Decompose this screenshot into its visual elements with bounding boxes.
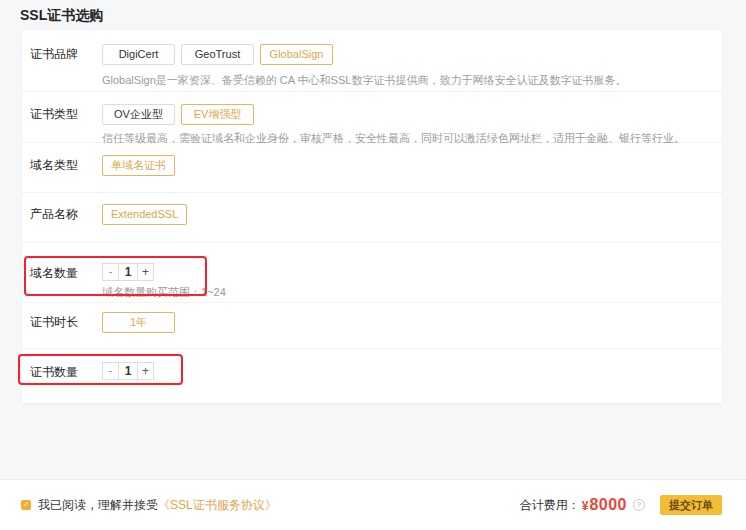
form-row-domain-count: 域名数量 - 1 + 域名数量购买范围：1~24	[22, 243, 722, 303]
agreement-text: 我已阅读，理解并接受	[38, 497, 158, 514]
form-row-certificate-duration: 证书时长 1年	[22, 303, 722, 349]
domain-count-stepper: - 1 +	[102, 263, 722, 281]
ssl-purchase-form: 证书品牌 DigiCert GeoTrust GlobalSign Global…	[22, 30, 722, 403]
brand-option-geotrust[interactable]: GeoTrust	[181, 44, 254, 65]
form-row-domain-type: 域名类型 单域名证书	[22, 143, 722, 193]
row-label: 域名类型	[22, 155, 102, 192]
currency-symbol: ¥	[582, 499, 589, 513]
row-label: 证书数量	[22, 362, 102, 403]
domain-count-hint: 域名数量购买范围：1~24	[102, 285, 722, 300]
form-row-certificate-type: 证书类型 OV企业型 EV增强型 信任等级最高，需验证域名和企业身份，审核严格，…	[22, 92, 722, 143]
total-price: ¥ 8000	[582, 496, 627, 514]
product-option-extendedssl[interactable]: ExtendedSSL	[102, 204, 187, 225]
row-label: 证书时长	[22, 312, 102, 348]
total-cost-label: 合计费用：	[520, 497, 580, 514]
brand-option-digicert[interactable]: DigiCert	[102, 44, 175, 65]
checkout-bar: ✓ 我已阅读，理解并接受 《SSL证书服务协议》 合计费用： ¥ 8000 ? …	[0, 479, 746, 530]
form-row-product-name: 产品名称 ExtendedSSL	[22, 193, 722, 243]
brand-description: GlobalSign是一家资深、备受信赖的 CA 中心和SSL数字证书提供商，致…	[102, 73, 722, 88]
row-label: 证书类型	[22, 104, 102, 142]
certificate-count-increase-button[interactable]: +	[137, 362, 154, 380]
submit-order-button[interactable]: 提交订单	[660, 495, 722, 515]
form-row-certificate-brand: 证书品牌 DigiCert GeoTrust GlobalSign Global…	[22, 30, 722, 92]
page-title: SSL证书选购	[20, 7, 103, 25]
price-amount: 8000	[589, 496, 627, 514]
row-label: 证书品牌	[22, 44, 102, 91]
duration-option-1year[interactable]: 1年	[102, 312, 175, 333]
price-help-icon[interactable]: ?	[633, 499, 645, 511]
row-label: 域名数量	[22, 263, 102, 302]
domain-count-value[interactable]: 1	[119, 263, 137, 281]
domain-type-option-single[interactable]: 单域名证书	[102, 155, 175, 176]
certificate-count-decrease-button[interactable]: -	[102, 362, 119, 380]
agreement-checkbox[interactable]: ✓	[21, 500, 31, 510]
brand-option-globalsign[interactable]: GlobalSign	[260, 44, 333, 65]
domain-count-decrease-button[interactable]: -	[102, 263, 119, 281]
type-option-ev[interactable]: EV增强型	[181, 104, 254, 125]
certificate-count-value[interactable]: 1	[119, 362, 137, 380]
domain-count-increase-button[interactable]: +	[137, 263, 154, 281]
type-option-ov[interactable]: OV企业型	[102, 104, 175, 125]
form-row-certificate-count: 证书数量 - 1 +	[22, 349, 722, 403]
row-label: 产品名称	[22, 204, 102, 242]
agreement-link[interactable]: 《SSL证书服务协议》	[158, 497, 277, 514]
certificate-count-stepper: - 1 +	[102, 362, 722, 380]
